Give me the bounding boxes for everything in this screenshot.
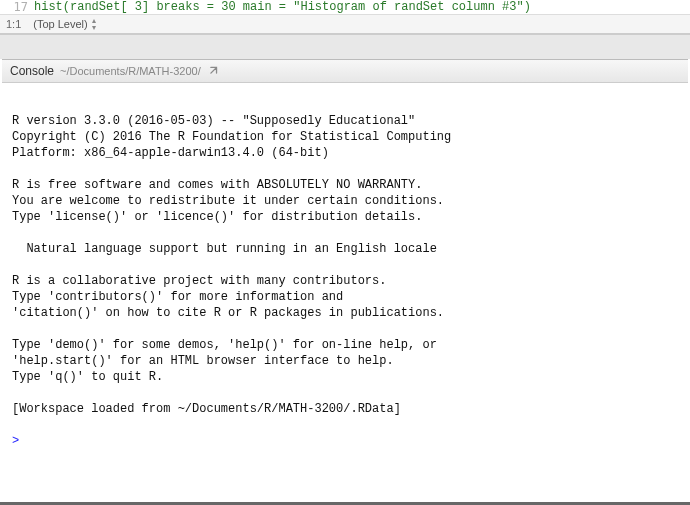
console-header: Console ~/Documents/R/MATH-3200/	[2, 60, 688, 83]
console-output[interactable]: R version 3.3.0 (2016-05-03) -- "Suppose…	[2, 83, 688, 505]
console-title: Console	[10, 64, 54, 78]
chevron-updown-icon: ▴▾	[92, 17, 96, 31]
source-code-text: hist(randSet[ 3] breaks = 30 main = "His…	[34, 0, 531, 14]
console-text: R version 3.3.0 (2016-05-03) -- "Suppose…	[12, 114, 451, 416]
console-prompt: >	[12, 434, 19, 448]
pane-gap	[0, 34, 690, 59]
cursor-position: 1:1	[6, 18, 33, 30]
console-working-dir: ~/Documents/R/MATH-3200/	[60, 65, 201, 77]
scope-label: (Top Level)	[33, 18, 87, 30]
source-code-line[interactable]: 17 hist(randSet[ 3] breaks = 30 main = "…	[0, 0, 690, 14]
app-root: 17 hist(randSet[ 3] breaks = 30 main = "…	[0, 0, 690, 505]
source-status-bar: 1:1 (Top Level) ▴▾	[0, 14, 690, 33]
popout-icon[interactable]	[207, 65, 219, 77]
source-editor-strip: 17 hist(randSet[ 3] breaks = 30 main = "…	[0, 0, 690, 34]
line-number: 17	[6, 0, 34, 14]
scope-selector[interactable]: (Top Level) ▴▾	[33, 17, 95, 31]
console-pane: Console ~/Documents/R/MATH-3200/ R versi…	[2, 59, 688, 505]
